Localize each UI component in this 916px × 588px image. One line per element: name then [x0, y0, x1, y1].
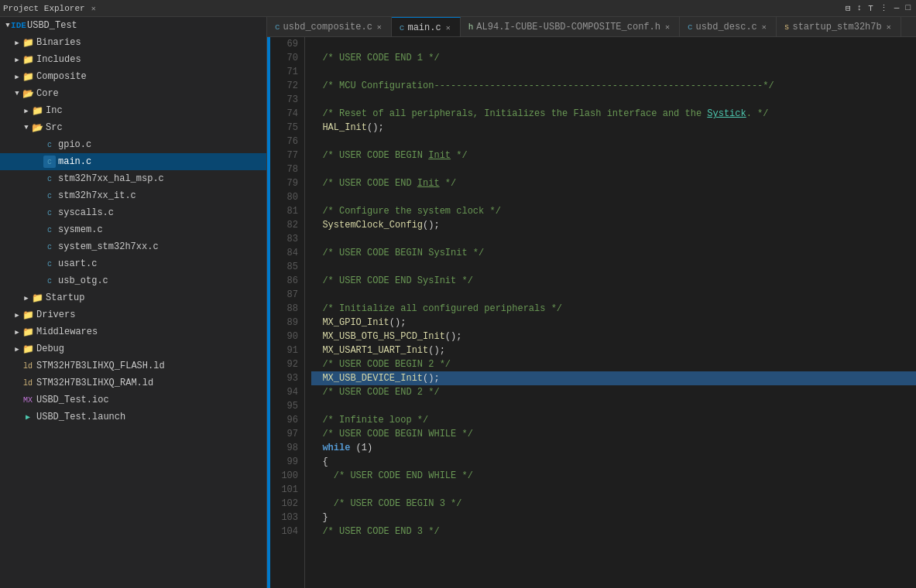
sidebar-item-syscalls[interactable]: c syscalls.c	[0, 204, 266, 221]
menu-icon[interactable]: ⋮	[877, 2, 890, 14]
tab-label-main: main.c	[407, 22, 441, 33]
folder-composite-icon: 📁	[22, 70, 34, 83]
tab-startup[interactable]: s startup_stm32h7b ✕	[777, 17, 901, 37]
sidebar-item-hal-msp[interactable]: c stm32h7xx_hal_msp.c	[0, 170, 266, 187]
folder-startup-icon: 📁	[31, 292, 43, 304]
comment-74a: /* Reset of all peripherals, Initializes…	[311, 108, 707, 119]
ln-98: 98	[270, 441, 304, 455]
code-line-87	[311, 288, 916, 302]
ln-81: 81	[270, 204, 304, 218]
sidebar-item-main-c[interactable]: c main.c	[0, 153, 266, 170]
sidebar-item-system[interactable]: c system_stm32h7xx.c	[0, 238, 266, 255]
main-label: main.c	[58, 156, 266, 167]
sidebar-item-composite[interactable]: ▶ 📁 Composite	[0, 68, 266, 85]
c-file-usart-icon: c	[43, 258, 56, 270]
project-explorer-label: Project Explorer	[3, 4, 85, 13]
collapse-icon[interactable]: ⊟	[843, 2, 853, 14]
c-file-it-icon: c	[43, 190, 56, 202]
ram-ld-label: STM32H7B3LIHXQ_RAM.ld	[36, 378, 266, 388]
usart-label: usart.c	[58, 258, 266, 269]
ln-99: 99	[270, 455, 304, 469]
code-line-101	[311, 483, 916, 497]
ioc-file-icon: MX	[22, 394, 34, 406]
sidebar-item-gpio[interactable]: c gpio.c	[0, 136, 266, 153]
c-file-usbotg-icon: c	[43, 275, 56, 287]
ln-92: 92	[270, 357, 304, 371]
tab-close-usbd[interactable]: ✕	[376, 22, 383, 32]
filter-icon[interactable]: ⊤	[866, 2, 876, 14]
usbd-test-label: USBD_Test	[27, 20, 266, 31]
plain-89a	[311, 317, 322, 328]
ld-file-ram-icon: ld	[22, 377, 34, 389]
c-file-sysmem-icon: c	[43, 224, 56, 236]
systick-link[interactable]: Systick	[707, 108, 746, 119]
plain-98a	[311, 443, 322, 453]
code-line-92: /* USER CODE BEGIN 2 */	[311, 357, 916, 371]
launch-file-icon: ▶	[22, 411, 34, 423]
project-explorer-title: Project Explorer ✕	[3, 4, 96, 13]
sidebar-item-middlewares[interactable]: ▶ 📁 Middlewares	[0, 323, 266, 340]
sidebar-item-flash-ld[interactable]: ld STM32H7B3LIHXQ_FLASH.ld	[0, 357, 266, 374]
arrow-inc: ▶	[22, 107, 31, 115]
tab-icon-main: c	[400, 23, 405, 32]
code-line-72: /* MCU Configuration--------------------…	[311, 79, 916, 93]
code-line-91: MX_USART1_UART_Init();	[311, 344, 916, 357]
ln-70: 70	[270, 51, 304, 65]
sync-icon[interactable]: ↕	[855, 2, 865, 14]
sidebar-item-inc[interactable]: ▶ 📁 Inc	[0, 102, 266, 119]
ln-90: 90	[270, 330, 304, 344]
tab-close-startup[interactable]: ✕	[885, 22, 893, 32]
code-line-71	[311, 65, 916, 79]
sidebar-item-sysmem[interactable]: c sysmem.c	[0, 221, 266, 238]
ln-100: 100	[270, 469, 304, 483]
comment-79b: */	[440, 178, 457, 189]
ln-76: 76	[270, 135, 304, 149]
tab-close-conf[interactable]: ✕	[664, 22, 671, 32]
code-line-73	[311, 93, 916, 107]
code-content[interactable]: /* USER CODE END 1 */ /* MCU Configurati…	[305, 37, 916, 588]
sidebar-item-core[interactable]: ▼ 📂 Core	[0, 85, 266, 102]
sidebar-item-drivers[interactable]: ▶ 📁 Drivers	[0, 306, 266, 323]
sidebar-item-usart[interactable]: c usart.c	[0, 255, 266, 272]
tab-main-c[interactable]: c main.c ✕	[392, 17, 461, 37]
sidebar-item-startup[interactable]: ▶ 📁 Startup	[0, 289, 266, 306]
tab-close-main[interactable]: ✕	[444, 22, 452, 33]
maximize-icon[interactable]: □	[903, 2, 913, 14]
arrow-includes: ▶	[12, 56, 22, 64]
tab-usbd-composite[interactable]: c usbd_composite.c ✕	[267, 17, 392, 37]
close-icon[interactable]: ✕	[91, 4, 96, 13]
sidebar-item-ram-ld[interactable]: ld STM32H7B3LIHXQ_RAM.ld	[0, 374, 266, 391]
tab-conf-h[interactable]: h AL94.I-CUBE-USBD-COMPOSITE_conf.h ✕	[461, 17, 680, 37]
code-line-102: /* USER CODE BEGIN 3 */	[311, 497, 916, 511]
sidebar-item-launch[interactable]: ▶ USBD_Test.launch	[0, 409, 266, 426]
sidebar-item-includes[interactable]: ▶ 📁 Includes	[0, 51, 266, 68]
code-line-74: /* Reset of all peripherals, Initializes…	[311, 107, 916, 121]
arrow-composite: ▶	[12, 73, 22, 81]
syscalls-label: syscalls.c	[58, 207, 266, 218]
sidebar-item-binaries[interactable]: ▶ 📁 Binaries	[0, 34, 266, 51]
sidebar-item-usbd-test[interactable]: ▼ IDE USBD_Test	[0, 17, 266, 34]
code-line-81: /* Configure the system clock */	[311, 204, 916, 218]
sidebar-item-it[interactable]: c stm32h7xx_it.c	[0, 187, 266, 204]
folder-middlewares-icon: 📁	[22, 326, 34, 338]
sidebar-item-ioc[interactable]: MX USBD_Test.ioc	[0, 391, 266, 409]
tab-usbd-desc[interactable]: c usbd_desc.c ✕	[680, 17, 777, 37]
c-file-gpio-icon: c	[43, 138, 56, 151]
arrow-startup: ▶	[22, 294, 31, 303]
comment-77b: */	[451, 150, 468, 161]
comment-84: /* USER CODE BEGIN SysInit */	[311, 248, 484, 258]
plain-89b: ();	[389, 317, 407, 328]
tab-label-desc: usbd_desc.c	[696, 22, 757, 32]
minimize-icon[interactable]: —	[892, 2, 902, 14]
launch-label: USBD_Test.launch	[36, 412, 266, 422]
sidebar-item-src[interactable]: ▼ 📂 Src	[0, 119, 266, 136]
ln-79: 79	[270, 176, 304, 190]
sidebar-item-usb-otg[interactable]: c usb_otg.c	[0, 272, 266, 289]
plain-82a	[311, 220, 322, 231]
code-line-86: /* USER CODE END SysInit */	[311, 274, 916, 288]
comment-94: /* USER CODE END 2 */	[311, 387, 440, 398]
folder-binaries-icon: 📁	[22, 36, 34, 49]
tab-close-desc[interactable]: ✕	[760, 22, 768, 32]
ln-71: 71	[270, 65, 304, 79]
sidebar-item-debug[interactable]: ▶ 📁 Debug	[0, 340, 266, 357]
